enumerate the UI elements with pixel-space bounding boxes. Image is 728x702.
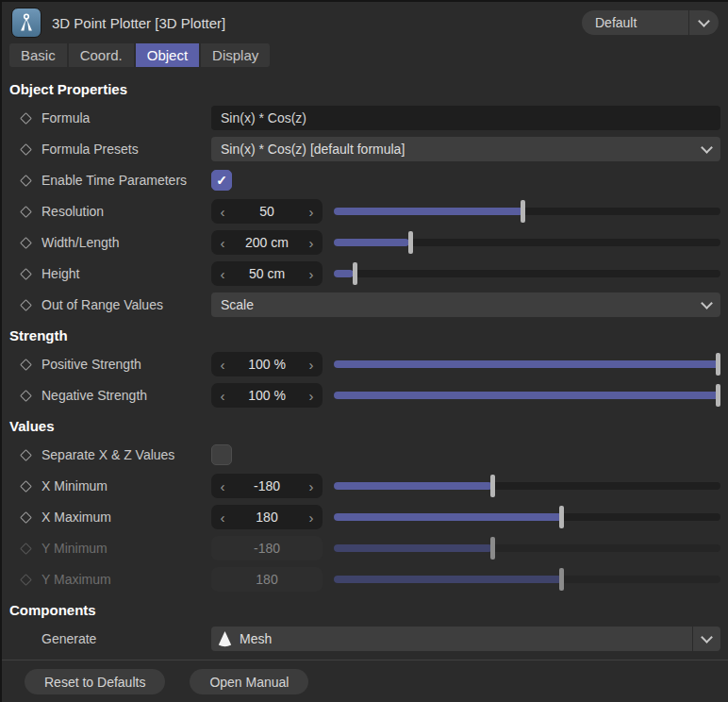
tab-basic[interactable]: Basic xyxy=(9,43,67,67)
out-of-range-values-dropdown[interactable]: Scale xyxy=(211,292,720,317)
chevron-down-icon[interactable] xyxy=(688,10,719,35)
negative-strength-slider[interactable] xyxy=(334,383,720,408)
x-maximum-slider[interactable] xyxy=(334,505,720,529)
height-slider[interactable] xyxy=(334,261,720,286)
stepper-decrement-icon[interactable]: ‹ xyxy=(211,478,234,494)
positive-strength-slider[interactable] xyxy=(334,352,720,376)
height-stepper[interactable]: ‹ 50 cm › xyxy=(211,261,323,286)
slider-handle[interactable] xyxy=(716,353,720,376)
titlebar: 3D Point Plotter [3D Plotter] Default xyxy=(2,2,728,43)
reset-to-defaults-button[interactable]: Reset to Defaults xyxy=(25,669,165,694)
param-diamond-icon xyxy=(9,544,41,553)
generate-value[interactable]: Mesh xyxy=(238,631,692,646)
window-title: 3D Point Plotter [3D Plotter] xyxy=(52,15,225,31)
footer-divider xyxy=(2,660,728,660)
slider-fill xyxy=(334,513,562,521)
out-of-range-values-value[interactable]: Scale xyxy=(211,297,692,312)
param-diamond-icon xyxy=(9,270,41,278)
row-y-maximum: Y Maximum ‹ 180 › xyxy=(9,567,720,592)
stepper-decrement-icon[interactable]: ‹ xyxy=(211,357,234,373)
y-minimum-slider xyxy=(334,536,720,560)
tab-coord[interactable]: Coord. xyxy=(67,43,134,67)
x-minimum-value[interactable]: -180 xyxy=(234,478,300,493)
slider-handle xyxy=(559,568,564,591)
slider-fill xyxy=(334,482,492,490)
slider-fill xyxy=(334,239,409,246)
stepper-increment-icon[interactable]: › xyxy=(300,388,323,404)
row-negative-strength: Negative Strength ‹ 100 % › xyxy=(9,383,720,408)
tab-object[interactable]: Object xyxy=(134,43,199,67)
stepper-increment-icon[interactable]: › xyxy=(300,478,323,494)
chevron-down-icon[interactable] xyxy=(692,292,720,317)
slider-fill xyxy=(334,576,562,583)
open-manual-button[interactable]: Open Manual xyxy=(190,669,308,694)
slider-fill xyxy=(334,208,523,215)
param-diamond-icon xyxy=(9,239,41,247)
x-minimum-stepper[interactable]: ‹ -180 › xyxy=(211,474,323,498)
width-length-stepper[interactable]: ‹ 200 cm › xyxy=(211,230,323,255)
positive-strength-stepper[interactable]: ‹ 100 % › xyxy=(211,352,323,376)
slider-handle[interactable] xyxy=(353,262,357,285)
preset-dropdown-value[interactable]: Default xyxy=(582,15,688,30)
resolution-stepper[interactable]: ‹ 50 › xyxy=(211,199,323,224)
stepper-decrement-icon[interactable]: ‹ xyxy=(211,510,234,526)
resolution-value[interactable]: 50 xyxy=(234,204,300,219)
x-minimum-slider[interactable] xyxy=(334,474,720,498)
row-out-of-range-values: Out of Range Values Scale xyxy=(9,292,720,317)
slider-handle[interactable] xyxy=(559,506,564,528)
negative-strength-value[interactable]: 100 % xyxy=(234,388,300,403)
slider-fill xyxy=(334,360,720,368)
preset-dropdown[interactable]: Default xyxy=(582,10,719,35)
formula-presets-dropdown[interactable]: Sin(x) * Cos(z) [default formula] xyxy=(211,137,720,161)
x-maximum-label: X Maximum xyxy=(41,510,211,525)
chevron-down-icon[interactable] xyxy=(692,137,720,161)
slider-handle[interactable] xyxy=(521,200,525,223)
param-diamond-icon xyxy=(9,145,41,154)
formula-input[interactable] xyxy=(211,106,720,130)
x-maximum-stepper[interactable]: ‹ 180 › xyxy=(211,505,323,529)
param-diamond-icon xyxy=(9,451,41,460)
formula-presets-value[interactable]: Sin(x) * Cos(z) [default formula] xyxy=(211,142,692,157)
stepper-increment-icon[interactable]: › xyxy=(300,357,323,373)
y-maximum-stepper: ‹ 180 › xyxy=(211,567,323,592)
separate-xz-values-checkbox[interactable] xyxy=(211,444,232,465)
row-generate: Generate Mesh xyxy=(9,627,720,651)
chevron-down-icon[interactable] xyxy=(692,627,720,651)
negative-strength-stepper[interactable]: ‹ 100 % › xyxy=(211,383,323,408)
section-strength: Strength xyxy=(9,326,720,345)
y-maximum-label: Y Maximum xyxy=(41,572,211,587)
height-value[interactable]: 50 cm xyxy=(234,266,300,281)
stepper-increment-icon[interactable]: › xyxy=(300,235,323,251)
enable-time-parameters-label: Enable Time Parameters xyxy=(41,173,211,188)
resolution-slider[interactable] xyxy=(334,199,720,224)
plugin-window: 3D Point Plotter [3D Plotter] Default Ba… xyxy=(0,0,728,702)
width-length-value[interactable]: 200 cm xyxy=(234,235,300,250)
slider-handle[interactable] xyxy=(408,231,413,254)
generate-dropdown[interactable]: Mesh xyxy=(211,627,720,651)
slider-track[interactable] xyxy=(334,270,720,277)
tab-display[interactable]: Display xyxy=(199,43,270,67)
tab-bar: Basic Coord. Object Display xyxy=(9,43,270,67)
row-x-minimum: X Minimum ‹ -180 › xyxy=(9,474,720,498)
slider-fill xyxy=(334,544,492,552)
stepper-increment-icon[interactable]: › xyxy=(300,204,323,220)
positive-strength-label: Positive Strength xyxy=(41,357,211,372)
stepper-increment-icon[interactable]: › xyxy=(300,266,323,282)
stepper-decrement-icon[interactable]: ‹ xyxy=(211,204,234,220)
enable-time-parameters-checkbox[interactable] xyxy=(211,170,232,191)
x-maximum-value[interactable]: 180 xyxy=(234,510,300,525)
row-y-minimum: Y Minimum ‹ -180 › xyxy=(9,536,720,560)
height-label: Height xyxy=(41,266,211,281)
row-formula-presets: Formula Presets Sin(x) * Cos(z) [default… xyxy=(9,137,720,161)
stepper-decrement-icon[interactable]: ‹ xyxy=(211,266,234,282)
stepper-decrement-icon[interactable]: ‹ xyxy=(211,388,234,404)
slider-handle xyxy=(490,537,495,560)
param-diamond-icon xyxy=(9,176,41,185)
positive-strength-value[interactable]: 100 % xyxy=(234,357,300,372)
formula-presets-label: Formula Presets xyxy=(41,142,211,157)
slider-handle[interactable] xyxy=(490,475,495,497)
stepper-increment-icon[interactable]: › xyxy=(300,510,323,526)
slider-handle[interactable] xyxy=(716,384,720,407)
stepper-decrement-icon[interactable]: ‹ xyxy=(211,235,234,251)
width-length-slider[interactable] xyxy=(334,230,720,255)
